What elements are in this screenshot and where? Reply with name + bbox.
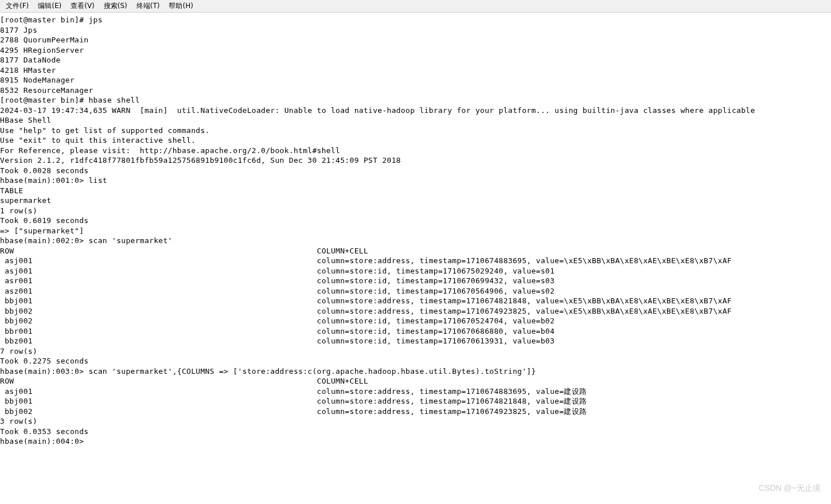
menu-edit[interactable]: 编辑(E) (34, 1, 65, 11)
terminal-line: asj001 column=store:id, timestamp=171067… (0, 266, 831, 276)
terminal-line: asr001 column=store:id, timestamp=171067… (0, 276, 831, 286)
terminal-line: hbase(main):003:0> scan 'supermarket',{C… (0, 366, 831, 377)
terminal-line: Took 0.6019 seconds (0, 216, 831, 226)
terminal-line: asz001 column=store:id, timestamp=171067… (0, 286, 831, 296)
terminal-line: For Reference, please visit: http://hbas… (0, 146, 831, 156)
terminal-line: 7 row(s) (0, 346, 831, 357)
terminal-line: HBase Shell (0, 115, 831, 126)
terminal-line: hbase(main):002:0> scan 'supermarket' (0, 236, 831, 246)
terminal-line: 4218 HMaster (0, 65, 831, 76)
terminal-output[interactable]: [root@master bin]# jps8177 Jps2788 Quoru… (0, 13, 831, 447)
terminal-line: Use "exit" to quit this interactive shel… (0, 135, 831, 146)
terminal-line: => ["supermarket"] (0, 226, 831, 236)
terminal-line: ROW COLUMN+CELL (0, 376, 831, 386)
terminal-line: 1 row(s) (0, 206, 831, 216)
terminal-line: hbase(main):004:0> (0, 436, 831, 447)
menu-file[interactable]: 文件(F) (2, 1, 32, 11)
terminal-line: 8177 DataNode (0, 55, 831, 65)
terminal-line: 2788 QuorumPeerMain (0, 35, 831, 45)
terminal-line: Took 0.2275 seconds (0, 356, 831, 366)
menu-search[interactable]: 搜索(S) (100, 1, 131, 11)
terminal-line: asj001 column=store:address, timestamp=1… (0, 386, 831, 397)
menu-help[interactable]: 帮助(H) (165, 1, 196, 11)
terminal-line: [root@master bin]# hbase shell (0, 95, 831, 106)
terminal-line: Version 2.1.2, r1dfc418f77801fbfb59a1257… (0, 155, 831, 166)
terminal-line: [root@master bin]# jps (0, 15, 831, 25)
terminal-line: 2024-03-17 19:47:34,635 WARN [main] util… (0, 106, 831, 116)
terminal-line: 8915 NodeManager (0, 75, 831, 85)
terminal-line: supermarket (0, 196, 831, 206)
terminal-line: hbase(main):001:0> list (0, 175, 831, 186)
terminal-line: bbr001 column=store:id, timestamp=171067… (0, 326, 831, 337)
terminal-line: bbj002 column=store:address, timestamp=1… (0, 407, 831, 417)
terminal-line: 8532 ResourceManager (0, 85, 831, 96)
menu-terminal[interactable]: 终端(T) (133, 1, 163, 11)
terminal-line: 4295 HRegionServer (0, 45, 831, 56)
terminal-line: bbz001 column=store:id, timestamp=171067… (0, 336, 831, 346)
menu-view[interactable]: 查看(V) (67, 1, 98, 11)
terminal-line: asj001 column=store:address, timestamp=1… (0, 256, 831, 266)
terminal-line: 8177 Jps (0, 25, 831, 36)
terminal-line: TABLE (0, 186, 831, 196)
terminal-line: 3 row(s) (0, 416, 831, 427)
terminal-line: bbj002 column=store:address, timestamp=1… (0, 306, 831, 317)
menubar: 文件(F) 编辑(E) 查看(V) 搜索(S) 终端(T) 帮助(H) (0, 0, 831, 13)
terminal-line: bbj002 column=store:id, timestamp=171067… (0, 316, 831, 326)
terminal-line: ROW COLUMN+CELL (0, 246, 831, 256)
terminal-line: bbj001 column=store:address, timestamp=1… (0, 396, 831, 407)
terminal-line: Use "help" to get list of supported comm… (0, 126, 831, 136)
terminal-line: Took 0.0028 seconds (0, 166, 831, 176)
watermark: CSDN @~无止境 (759, 483, 821, 494)
terminal-line: Took 0.0353 seconds (0, 427, 831, 437)
terminal-line: bbj001 column=store:address, timestamp=1… (0, 296, 831, 306)
